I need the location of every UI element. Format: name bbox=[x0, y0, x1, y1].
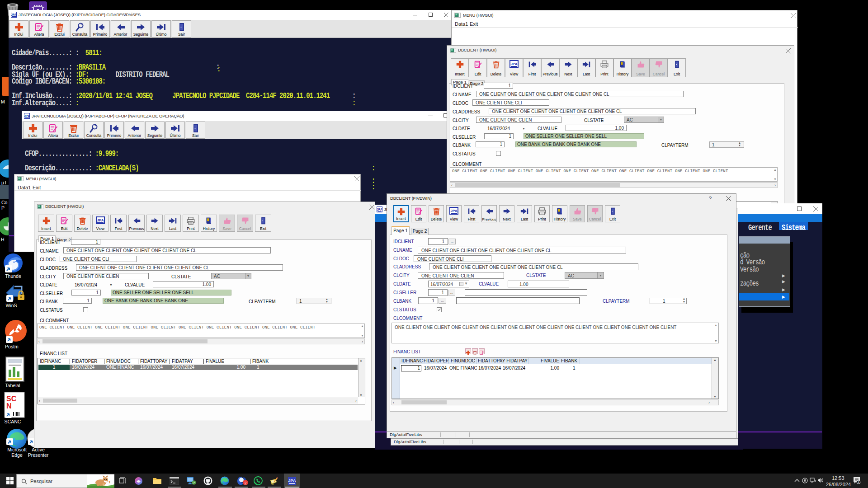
svg-text:SC: SC bbox=[6, 395, 17, 403]
svg-text:JPA: JPA bbox=[24, 114, 30, 117]
svg-text:N: N bbox=[6, 402, 12, 410]
svg-text:JPA: JPA bbox=[97, 218, 104, 222]
svg-text:JPA: JPA bbox=[511, 62, 518, 66]
svg-text:4: 4 bbox=[858, 481, 859, 484]
svg-text:JPA: JPA bbox=[11, 13, 17, 16]
svg-text:JPA: JPA bbox=[451, 209, 458, 213]
svg-text:JPA: JPA bbox=[288, 479, 296, 483]
svg-text:JPA: JPA bbox=[377, 208, 382, 211]
svg-text:2: 2 bbox=[244, 481, 246, 485]
